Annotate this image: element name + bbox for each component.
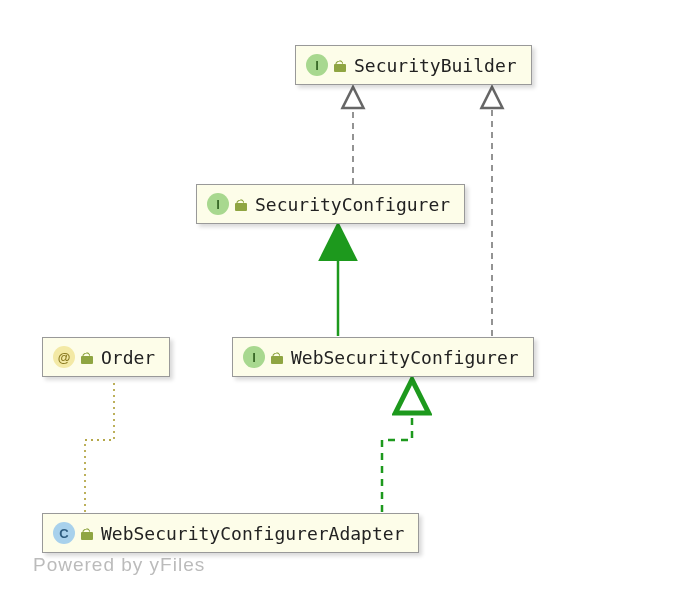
annotation-badge: @ [53,346,75,368]
credit-text: Powered by yFiles [33,554,205,576]
interface-badge: I [207,193,229,215]
lock-icon [81,527,93,539]
lock-icon [334,59,346,71]
lock-icon [271,351,283,363]
node-label: Order [99,347,155,368]
node-label: SecurityBuilder [352,55,517,76]
lock-icon [235,198,247,210]
node-web-security-configurer: I WebSecurityConfigurer [232,337,534,377]
interface-badge: I [243,346,265,368]
node-web-security-configurer-adapter: C WebSecurityConfigurerAdapter [42,513,419,553]
node-label: WebSecurityConfigurer [289,347,519,368]
node-security-builder: I SecurityBuilder [295,45,532,85]
class-badge: C [53,522,75,544]
node-label: SecurityConfigurer [253,194,450,215]
node-security-configurer: I SecurityConfigurer [196,184,465,224]
node-label: WebSecurityConfigurerAdapter [99,523,404,544]
node-order: @ Order [42,337,170,377]
lock-icon [81,351,93,363]
interface-badge: I [306,54,328,76]
